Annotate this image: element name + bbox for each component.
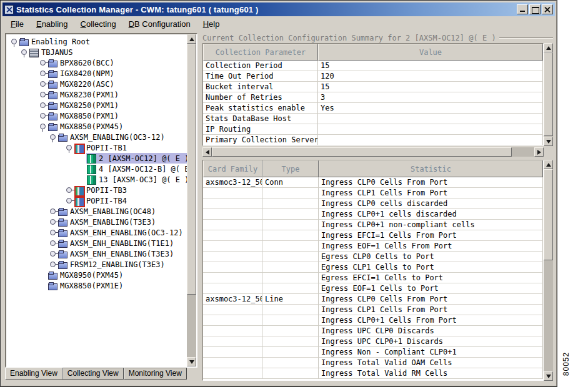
tree-toggle-icon[interactable] [65, 195, 74, 206]
summary-row[interactable]: IP Routing [203, 124, 543, 135]
statistic-row[interactable]: Ingress CLP1 Cells From Port [203, 188, 543, 198]
menu-item[interactable]: Enabling [31, 17, 74, 31]
tree-row[interactable]: AXSM_ENH_ENABLING(T1E1) [6, 238, 187, 248]
tree-row[interactable]: 4 [AXSM-OC12-B] @( E ) [6, 164, 187, 174]
summary-row[interactable]: Number of Retries 3 [203, 92, 543, 103]
tree-row[interactable]: BPX8620(BCC) [6, 57, 187, 68]
tree-toggle-icon[interactable] [39, 110, 47, 121]
tree-toggle-icon[interactable] [49, 238, 57, 248]
menu-item[interactable]: DB Configuration [123, 17, 196, 31]
statistic-row[interactable]: Ingress UPC CLP0 Discards [203, 326, 543, 336]
statistic-row[interactable]: axsmoc3-12_50 Conn Ingress CLP0 Cells Fr… [203, 177, 543, 188]
tree-row[interactable]: Enabling Root [6, 36, 187, 47]
view-tab[interactable]: Monitoring View [124, 368, 187, 380]
scroll-right-icon[interactable] [534, 147, 544, 157]
tree-row[interactable]: 13 [AXSM-OC3] @( E ) [6, 174, 187, 185]
statistic-row[interactable]: Egress EFCI=1 Cells to Port [203, 273, 543, 283]
statistic-row[interactable]: Ingress EOF=1 Cells From Port [203, 241, 543, 252]
menu-item[interactable]: Collecting [75, 17, 122, 31]
view-tab[interactable]: Collecting View [62, 368, 124, 380]
tree-toggle-icon[interactable] [39, 57, 47, 68]
tree-row[interactable]: POPII-TB1 [6, 142, 187, 153]
scrollbar-thumb[interactable] [212, 147, 512, 157]
tree-toggle-icon[interactable] [65, 185, 74, 195]
statistic-row[interactable]: Ingress CLP0+1 non-compliant cells [203, 220, 543, 230]
tree-toggle-icon[interactable] [39, 68, 47, 79]
tree-row[interactable]: MGX8850(PXM1E) [6, 280, 187, 291]
scrollbar-track[interactable] [544, 52, 553, 137]
summary-vertical-scrollbar[interactable] [544, 43, 553, 146]
tree-toggle-icon[interactable] [49, 206, 57, 217]
tree-row[interactable]: 2 [AXSM-OC12] @( E ) [6, 153, 187, 164]
tree-row[interactable]: TBJANUS [6, 47, 187, 57]
statistic-row[interactable]: Ingress CLP0+1 Cells From Port [203, 315, 543, 326]
statistic-row[interactable]: Egress EOF=1 Cells to Port [203, 283, 543, 294]
tree-row[interactable]: AXSM_ENH_ENABLING(T3E3) [6, 248, 187, 259]
scroll-down-icon[interactable] [544, 371, 553, 381]
scroll-up-icon[interactable] [544, 43, 553, 52]
summary-row[interactable]: Collection Period 15 [203, 61, 543, 71]
summary-row[interactable]: Stats DataBase Host [203, 114, 543, 124]
scroll-left-icon[interactable] [202, 147, 212, 157]
tree-row[interactable]: MGX8250(PXM1) [6, 100, 187, 110]
statistic-row[interactable]: Ingress Total Valid RM Cells [203, 368, 543, 379]
statistic-row[interactable]: Egress CLP1 Cells to Port [203, 262, 543, 273]
tree-row[interactable]: MGX8850(PXM45) [6, 121, 187, 132]
scrollbar-track[interactable] [187, 44, 196, 357]
tree-toggle-icon[interactable] [39, 270, 47, 280]
statistic-row[interactable]: Ingress Non - Compliant CLP0+1 [203, 347, 543, 358]
scroll-down-icon[interactable] [187, 357, 196, 366]
statistic-row[interactable]: Egress CLP0 Cells to Port [203, 252, 543, 262]
summary-row[interactable]: Time Out Period 120 [203, 71, 543, 82]
tree-row[interactable]: POPII-TB3 [6, 185, 187, 195]
tree-vertical-scrollbar[interactable] [187, 34, 196, 366]
close-button[interactable] [542, 4, 553, 14]
tree-row[interactable]: AXSM_ENH_ENABLING(OC3-12) [6, 227, 187, 238]
scroll-up-icon[interactable] [544, 160, 553, 169]
scrollbar-track[interactable] [544, 169, 553, 371]
tree-row[interactable]: AXSM_ENABLING(T3E3) [6, 217, 187, 227]
scrollbar-track[interactable] [212, 147, 534, 157]
tree-toggle-icon[interactable] [49, 217, 57, 227]
statistic-row[interactable]: axsmoc3-12_50 Line Ingress CLP0 Cells Fr… [203, 294, 543, 305]
scrollbar-thumb[interactable] [187, 44, 196, 295]
menu-item[interactable]: File [5, 17, 29, 31]
tree-row[interactable]: MGX8230(PXM1) [6, 89, 187, 100]
tree-toggle-icon[interactable] [39, 89, 47, 100]
tree-row[interactable]: FRSM12_ENABLING(T3E3) [6, 259, 187, 270]
tree-row[interactable]: MGX8950(PXM45) [6, 270, 187, 280]
tree-toggle-icon[interactable] [39, 121, 47, 132]
tree-toggle-icon[interactable] [77, 164, 86, 174]
statistics-vertical-scrollbar[interactable] [544, 160, 553, 381]
tree-row[interactable]: MGX8850(PXM1) [6, 110, 187, 121]
tree-row[interactable]: MGX8220(ASC) [6, 79, 187, 89]
statistic-row[interactable]: Ingress Total Valid OAM Cells [203, 358, 543, 368]
scrollbar-thumb[interactable] [544, 169, 553, 260]
scroll-up-icon[interactable] [187, 34, 196, 44]
tree-toggle-icon[interactable] [39, 79, 47, 89]
scroll-down-icon[interactable] [544, 137, 553, 146]
tree-row[interactable]: POPII-TB4 [6, 195, 187, 206]
menu-item[interactable]: Help [197, 17, 226, 31]
tree-toggle-icon[interactable] [49, 259, 57, 270]
summary-row[interactable]: Bucket interval 15 [203, 82, 543, 92]
tree-toggle-icon[interactable] [10, 36, 19, 47]
view-tab[interactable]: Enabling View [5, 368, 62, 380]
tree-toggle-icon[interactable] [39, 100, 47, 110]
titlebar[interactable]: Statistics Collection Manager - CWM: tat… [2, 2, 555, 16]
statistic-row[interactable]: Ingress CLP0 cells discarded [203, 198, 543, 209]
statistic-row[interactable]: Ingress EFCI=1 Cells From Port [203, 230, 543, 241]
minimize-button[interactable] [517, 4, 528, 14]
statistic-row[interactable]: Ingress CLP1 Cells From Port [203, 305, 543, 315]
tree-toggle-icon[interactable] [39, 280, 47, 291]
tree-toggle-icon[interactable] [49, 227, 57, 238]
summary-horizontal-scrollbar[interactable] [202, 147, 544, 157]
tree-toggle-icon[interactable] [49, 248, 57, 259]
scrollbar-thumb[interactable] [544, 52, 553, 136]
summary-row[interactable]: Primary Collection Server [203, 135, 543, 145]
summary-row[interactable]: Peak statistics enable Yes [203, 103, 543, 114]
tree-toggle-icon[interactable] [20, 47, 29, 57]
tree-toggle-icon[interactable] [77, 174, 86, 185]
tree-toggle-icon[interactable] [65, 142, 74, 153]
tree-row[interactable]: AXSM_ENABLING(OC48) [6, 206, 187, 217]
